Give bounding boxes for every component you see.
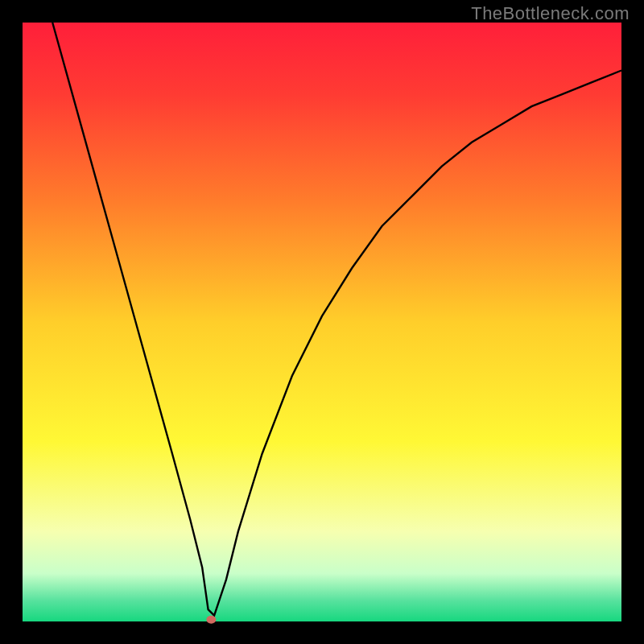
plot-background <box>23 23 621 621</box>
chart-container: { "watermark": "TheBottleneck.com", "cha… <box>0 0 644 644</box>
chart-svg <box>0 0 644 644</box>
watermark-text: TheBottleneck.com <box>471 3 630 24</box>
optimal-point-marker <box>206 616 216 624</box>
